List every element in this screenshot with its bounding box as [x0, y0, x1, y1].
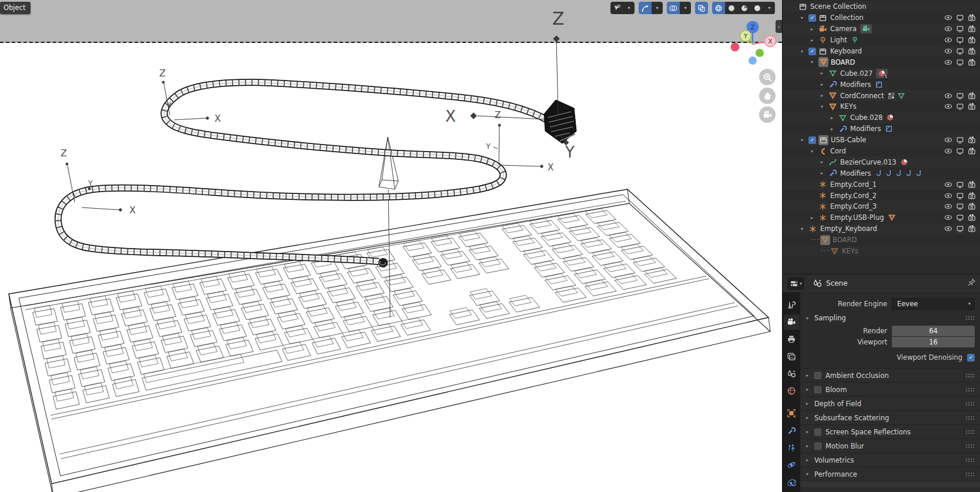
- outliner-row-cord[interactable]: Cord: [783, 146, 980, 157]
- viewport-disable-icon[interactable]: [956, 192, 964, 200]
- hide-eye-icon[interactable]: [944, 192, 952, 200]
- render-disable-icon[interactable]: [968, 180, 976, 189]
- expand-arrow[interactable]: [811, 26, 818, 32]
- gizmo-y-neg-axis[interactable]: [756, 49, 764, 57]
- section-sampling[interactable]: ▾ Sampling: [800, 312, 980, 324]
- render-disable-icon[interactable]: [968, 147, 976, 155]
- render-disable-icon[interactable]: [968, 192, 976, 200]
- render-disable-icon[interactable]: [968, 213, 976, 222]
- outliner-row-keys[interactable]: KEYs: [783, 101, 980, 112]
- viewport-denoising-checkbox[interactable]: [967, 354, 975, 362]
- panel-volumetrics[interactable]: ▸ Volumetrics: [800, 453, 980, 467]
- outliner-row-empty-cord-2[interactable]: Empty.Cord_2: [783, 190, 980, 201]
- panel-bloom[interactable]: ▸ Bloom: [800, 383, 980, 397]
- viewport-3d[interactable]: Z X Y Z Y X Z Y X: [0, 0, 782, 492]
- tab-object[interactable]: [784, 406, 800, 421]
- hide-eye-icon[interactable]: [944, 136, 952, 144]
- panel-grip[interactable]: [965, 387, 975, 392]
- expand-arrow[interactable]: [831, 115, 838, 121]
- render-disable-icon[interactable]: [968, 25, 976, 33]
- panel-grip[interactable]: [965, 373, 975, 378]
- outliner-row-modifiers[interactable]: Modifiers: [783, 79, 980, 90]
- panel-depth-of-field[interactable]: ▸ Depth of Field: [800, 397, 980, 411]
- expand-arrow[interactable]: [821, 159, 828, 165]
- outliner-row-board[interactable]: BOARD: [783, 56, 980, 68]
- panel-ambient-occlusion[interactable]: ▸ Ambient Occlusion: [800, 369, 980, 383]
- outliner-row-modifiers[interactable]: Modifiers: [783, 123, 980, 135]
- hide-eye-icon[interactable]: [944, 180, 952, 189]
- viewport-disable-icon[interactable]: [956, 225, 964, 233]
- tab-particles[interactable]: [784, 440, 800, 456]
- ssr-checkbox[interactable]: [814, 429, 821, 436]
- panel-motion-blur[interactable]: ▸ Motion Blur: [800, 439, 980, 453]
- shading-material-button[interactable]: [738, 2, 751, 14]
- outliner-row-light[interactable]: Light: [783, 35, 980, 46]
- panel-grip[interactable]: [965, 430, 975, 434]
- tab-modifiers[interactable]: [784, 423, 800, 439]
- expand-arrow[interactable]: [811, 59, 818, 65]
- xray-toggle[interactable]: [695, 2, 708, 14]
- tab-tool[interactable]: [784, 297, 800, 313]
- render-disable-icon[interactable]: [968, 102, 976, 111]
- shading-wireframe-button[interactable]: [712, 2, 725, 14]
- tab-constraints[interactable]: [784, 475, 800, 490]
- render-disable-icon[interactable]: [968, 92, 976, 100]
- pin-icon[interactable]: [967, 278, 976, 289]
- hide-eye-icon[interactable]: [944, 14, 952, 22]
- render-disable-icon[interactable]: [968, 202, 976, 210]
- outliner-row-empty-cord-1[interactable]: Empty.Cord_1: [783, 179, 980, 190]
- hide-eye-icon[interactable]: [944, 225, 952, 233]
- viewport-disable-icon[interactable]: [956, 25, 964, 33]
- expand-arrow[interactable]: [821, 71, 828, 76]
- render-disable-icon[interactable]: [968, 36, 976, 44]
- hide-eye-icon[interactable]: [944, 92, 952, 100]
- panel-subsurface-scattering[interactable]: ▸ Subsurface Scattering: [800, 411, 980, 425]
- hide-eye-icon[interactable]: [944, 47, 952, 55]
- collection-checkbox[interactable]: [808, 48, 816, 55]
- tab-output[interactable]: [784, 332, 800, 347]
- render-disable-icon[interactable]: [968, 225, 976, 233]
- navigation-gizmo[interactable]: Z Y X: [729, 15, 781, 67]
- panel-grip[interactable]: [965, 472, 975, 477]
- render-engine-dropdown[interactable]: Eevee: [892, 298, 975, 310]
- viewport-disable-icon[interactable]: [956, 202, 964, 210]
- expand-arrow[interactable]: [801, 138, 808, 143]
- outliner-row-cordconnect[interactable]: CordConnect: [783, 90, 980, 101]
- expand-arrow[interactable]: [821, 93, 828, 98]
- hide-eye-icon[interactable]: [944, 58, 952, 66]
- render-disable-icon[interactable]: [968, 136, 976, 144]
- outliner-row-collection[interactable]: Collection: [783, 12, 980, 24]
- tab-scene[interactable]: [784, 366, 800, 381]
- outliner-row-empty-cord-3[interactable]: Empty.Cord_3: [783, 201, 980, 212]
- expand-arrow[interactable]: [821, 170, 828, 176]
- outliner-row-cube028[interactable]: Cube.028: [783, 112, 980, 123]
- render-disable-icon[interactable]: [968, 47, 976, 55]
- viewport-disable-icon[interactable]: [956, 58, 964, 66]
- object-visibility-dropdown[interactable]: [610, 2, 635, 14]
- gizmo-z-neg-axis[interactable]: [749, 56, 757, 65]
- samples-viewport-field[interactable]: 16: [892, 337, 975, 347]
- editor-type-button[interactable]: ▾: [787, 277, 804, 290]
- panel-grip[interactable]: [965, 416, 975, 420]
- panel-grip[interactable]: [965, 458, 975, 463]
- render-disable-icon[interactable]: [968, 14, 976, 22]
- collection-checkbox[interactable]: [808, 14, 816, 22]
- motion-blur-checkbox[interactable]: [814, 443, 821, 450]
- outliner-row-camera[interactable]: Camera: [783, 24, 980, 35]
- tab-view-layer[interactable]: [784, 349, 800, 364]
- outliner-row-cube027[interactable]: Cube.027 5: [783, 68, 980, 79]
- expand-arrow[interactable]: [821, 82, 828, 87]
- outliner-row-empty-usb-plug[interactable]: Empty.USB-Plug: [783, 212, 980, 223]
- shading-solid-button[interactable]: [725, 2, 738, 14]
- viewport-disable-icon[interactable]: [956, 136, 964, 144]
- outliner-row-keyboard[interactable]: Keyboard: [783, 46, 980, 57]
- camera-view-button[interactable]: [759, 106, 776, 123]
- outliner[interactable]: Scene Collection Collection Camera Light: [783, 0, 980, 275]
- tab-world[interactable]: [784, 383, 800, 399]
- outliner-row-keys-linked[interactable]: KEYs: [783, 246, 980, 257]
- viewport-disable-icon[interactable]: [956, 147, 964, 155]
- overlays-toggle[interactable]: [667, 2, 691, 14]
- panel-grip[interactable]: [965, 401, 975, 406]
- outliner-row-empty-keyboard[interactable]: Empty_Keyboard: [783, 223, 980, 235]
- hide-eye-icon[interactable]: [944, 36, 952, 44]
